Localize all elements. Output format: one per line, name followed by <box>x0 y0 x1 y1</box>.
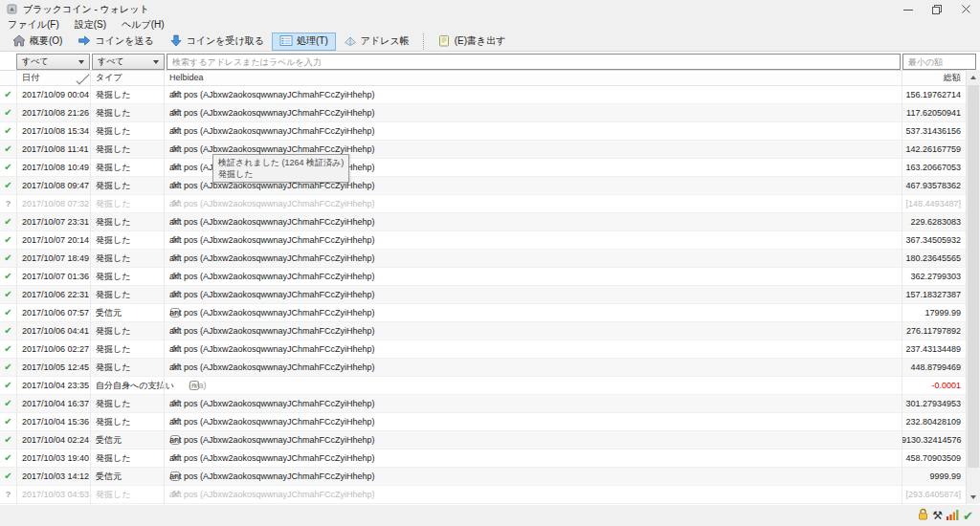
address-book-button[interactable]: アドレス帳 <box>336 33 417 51</box>
header-type[interactable]: タイプ <box>96 71 122 85</box>
tx-type: 発掘した <box>96 449 130 467</box>
tx-amount: 157.18327387 <box>902 286 961 303</box>
tx-address: ant pos (AJbxw2aokosqwwnayJChmahFCcZyiHh… <box>169 195 375 212</box>
tx-date: 2017/10/06 07:57 <box>22 304 89 321</box>
receive-coins-button[interactable]: コインを受け取る <box>162 33 272 51</box>
tx-type: 発掘した <box>96 231 130 249</box>
menu-bar: ファイル(F) 設定(S) ヘルプ(H) <box>0 18 980 32</box>
menu-settings[interactable]: 設定(S) <box>67 18 114 32</box>
search-input[interactable] <box>167 54 901 70</box>
tooltip-confirmations: 検証されました (1264 検証済み) <box>218 157 344 168</box>
transactions-button[interactable]: 処理(T) <box>272 33 336 51</box>
window-title: ブラックコイン - ウォレット <box>23 3 149 16</box>
header-address[interactable]: Helbidea <box>169 71 204 85</box>
tx-amount: 458.70903509 <box>902 449 961 467</box>
minimize-icon[interactable] <box>894 0 923 18</box>
tx-type: 発掘した <box>96 122 130 140</box>
tx-status-icon: ✔ <box>0 449 16 467</box>
tx-amount: 367.34505932 <box>902 231 961 249</box>
tx-address: ant pos (AJbxw2aokosqwwnayJChmahFCcZyiHh… <box>169 250 375 267</box>
tx-amount: 180.23645565 <box>902 250 961 267</box>
tx-status-icon: ? <box>0 486 16 503</box>
tx-status-icon: ✔ <box>0 141 16 158</box>
tx-type: 発掘した <box>96 195 130 212</box>
overview-home-icon <box>12 34 26 49</box>
transaction-row[interactable]: ✔ 2017/10/08 11:41 発掘した ⚒ant pos (AJbxw2… <box>0 141 966 159</box>
transaction-row[interactable]: ✔ 2017/10/03 14:12 受信元 ant pos (AJbxw2ao… <box>0 468 966 486</box>
export-button[interactable]: (E)書き出す <box>430 33 514 51</box>
transaction-row[interactable]: ✔ 2017/10/05 12:45 発掘した ⚒ant pos (AJbxw2… <box>0 359 966 377</box>
vertical-scrollbar[interactable] <box>966 70 980 504</box>
scroll-up-icon[interactable] <box>967 70 980 84</box>
tx-type: 発掘した <box>96 486 130 503</box>
transaction-row[interactable]: ✔ 2017/10/08 10:49 発掘した ⚒ant pos (AJbxw2… <box>0 159 966 177</box>
tx-type: 発掘した <box>96 104 130 121</box>
tx-amount: 301.27934953 <box>902 395 961 412</box>
staking-hammers-icon: ⚒ <box>932 510 943 521</box>
transaction-row[interactable]: ✔ 2017/10/07 23:31 発掘した ⚒ant pos (AJbxw2… <box>0 213 966 231</box>
transaction-table-body: ✔ 2017/10/09 00:04 発掘した ⚒ant pos (AJbxw2… <box>0 86 966 504</box>
tx-status-icon: ✔ <box>0 377 16 394</box>
tx-type: 発掘した <box>96 413 130 430</box>
tx-type: 発掘した <box>96 322 130 340</box>
tx-address: ant pos (AJbxw2aokosqwwnayJChmahFCcZyiHh… <box>169 231 375 249</box>
transaction-row[interactable]: ✔ 2017/10/04 15:36 発掘した ⚒ant pos (AJbxw2… <box>0 413 966 431</box>
menu-help[interactable]: ヘルプ(H) <box>114 18 172 32</box>
tx-status-icon: ✔ <box>0 304 16 321</box>
transaction-row[interactable]: ✔ 2017/10/06 07:57 受信元 ant pos (AJbxw2ao… <box>0 304 966 322</box>
min-amount-input[interactable] <box>902 54 976 70</box>
tx-date: 2017/10/07 20:14 <box>22 231 89 249</box>
transaction-row[interactable]: ✔ 2017/10/06 02:27 発掘した ⚒ant pos (AJbxw2… <box>0 340 966 359</box>
tx-date: 2017/10/08 10:49 <box>22 159 89 176</box>
tx-address: ant pos (AJbxw2aokosqwwnayJChmahFCcZyiHh… <box>169 104 375 121</box>
transaction-row[interactable]: ✔ 2017/10/07 20:14 発掘した ⚒ant pos (AJbxw2… <box>0 231 966 250</box>
tx-type: 受信元 <box>96 304 122 321</box>
tx-date: 2017/10/03 14:12 <box>22 468 89 485</box>
send-coins-label: コインを送る <box>95 34 153 48</box>
overview-button[interactable]: 概要(O) <box>5 33 70 51</box>
transaction-row[interactable]: ? 2017/10/03 04:53 発掘した ⚒ant pos (AJbxw2… <box>0 486 966 504</box>
transaction-row[interactable]: ✔ 2017/10/04 16:37 発掘した ⚒ant pos (AJbxw2… <box>0 395 966 413</box>
scroll-down-icon[interactable] <box>967 490 980 504</box>
tx-type: 発掘した <box>96 340 130 358</box>
header-date[interactable]: 日付 <box>22 71 39 85</box>
transaction-row[interactable]: ✔ 2017/10/09 00:04 発掘した ⚒ant pos (AJbxw2… <box>0 86 966 104</box>
tx-status-icon: ✔ <box>0 177 16 194</box>
tx-status-icon: ✔ <box>0 250 16 267</box>
transaction-row[interactable]: ✔ 2017/10/03 19:40 発掘した ⚒ant pos (AJbxw2… <box>0 449 966 468</box>
transaction-row[interactable]: ✔ 2017/10/06 22:31 発掘した ⚒ant pos (AJbxw2… <box>0 286 966 304</box>
transaction-row[interactable]: ✔ 2017/10/04 23:35 自分自身への支払い (n/a) -0.00… <box>0 377 966 395</box>
tx-status-icon: ✔ <box>0 340 16 358</box>
transaction-row[interactable]: ✔ 2017/10/06 04:41 発掘した ⚒ant pos (AJbxw2… <box>0 322 966 340</box>
transaction-row[interactable]: ✔ 2017/10/08 09:47 発掘した ⚒ant pos (AJbxw2… <box>0 177 966 195</box>
type-filter-dropdown[interactable]: すべて <box>92 54 165 70</box>
tx-amount: [293.6405874] <box>902 486 961 503</box>
tx-address: ant pos (AJbxw2aokosqwwnayJChmahFCcZyiHh… <box>169 449 375 467</box>
maximize-restore-icon[interactable] <box>923 0 951 18</box>
tx-status-icon: ✔ <box>0 231 16 249</box>
transaction-row[interactable]: ✔ 2017/10/07 01:36 発掘した ⚒ant pos (AJbxw2… <box>0 268 966 286</box>
transaction-row[interactable]: ✔ 2017/10/07 18:49 発掘した ⚒ant pos (AJbxw2… <box>0 250 966 268</box>
scrollbar-thumb[interactable] <box>968 85 979 468</box>
transaction-row[interactable]: ✔ 2017/10/08 15:34 発掘した ⚒ant pos (AJbxw2… <box>0 122 966 141</box>
connections-signal-icon <box>947 507 959 524</box>
transaction-row[interactable]: ? 2017/10/08 07:32 発掘した ⚒ant pos (AJbxw2… <box>0 195 966 213</box>
tx-date: 2017/10/03 19:40 <box>22 449 89 467</box>
column-divider <box>164 70 165 504</box>
tx-date: 2017/10/05 12:45 <box>22 359 89 376</box>
date-filter-dropdown[interactable]: すべて <box>16 54 90 70</box>
transaction-row[interactable]: ✔ 2017/10/04 02:24 受信元 ant pos (AJbxw2ao… <box>0 431 966 449</box>
tx-status-icon: ✔ <box>0 431 16 449</box>
header-amount[interactable]: 総額 <box>902 71 961 85</box>
menu-file[interactable]: ファイル(F) <box>0 18 67 32</box>
tx-amount: 362.2799303 <box>902 268 961 285</box>
close-icon[interactable] <box>951 0 980 18</box>
tx-status-icon: ✔ <box>0 268 16 285</box>
send-coins-button[interactable]: コインを送る <box>70 33 161 51</box>
tx-status-icon: ✔ <box>0 322 16 340</box>
tx-address: ant pos (AJbxw2aokosqwwnayJChmahFCcZyiHh… <box>169 322 375 340</box>
tx-amount: 17999.99 <box>902 304 961 321</box>
tx-address: ant pos (AJbxw2aokosqwwnayJChmahFCcZyiHh… <box>169 304 375 321</box>
tx-amount: 142.26167759 <box>902 141 961 158</box>
transaction-row[interactable]: ✔ 2017/10/08 21:26 発掘した ⚒ant pos (AJbxw2… <box>0 104 966 122</box>
